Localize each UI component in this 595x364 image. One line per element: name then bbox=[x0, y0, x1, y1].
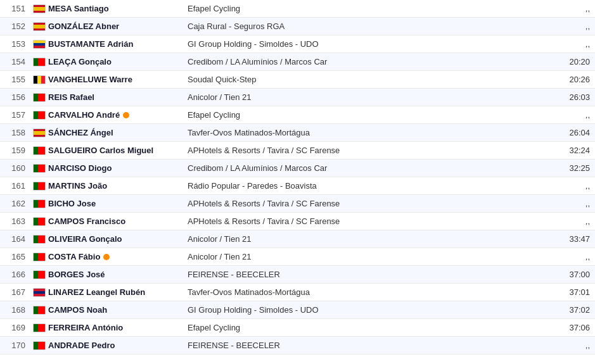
flag-icon bbox=[30, 270, 48, 279]
table-row: 164OLIVEIRA GonçaloAnicolor / Tien 2133:… bbox=[0, 230, 595, 248]
rider-name: ANDRADE Pedro bbox=[48, 341, 188, 350]
rider-name: BORGES José bbox=[48, 270, 188, 279]
flag-icon bbox=[30, 75, 48, 84]
rider-name: MARTINS João bbox=[48, 181, 188, 191]
team-name: FEIRENSE - BEECELER bbox=[188, 270, 539, 279]
team-name: GI Group Holding - Simoldes - UDO bbox=[188, 39, 539, 49]
team-name: Efapel Cycling bbox=[188, 4, 539, 13]
team-name: Caja Rural - Seguros RGA bbox=[188, 22, 539, 31]
row-number: 157 bbox=[5, 110, 30, 120]
table-row: 161MARTINS JoãoRádio Popular - Paredes -… bbox=[0, 177, 595, 195]
row-number: 163 bbox=[5, 217, 30, 226]
time-gap: 32:25 bbox=[539, 163, 590, 173]
flag-icon bbox=[30, 341, 48, 350]
table-row: 152GONZÁLEZ AbnerCaja Rural - Seguros RG… bbox=[0, 18, 595, 35]
status-dot bbox=[123, 112, 129, 118]
row-number: 165 bbox=[5, 252, 30, 261]
flag-icon bbox=[30, 22, 48, 31]
time-gap: ,, bbox=[539, 199, 590, 208]
table-row: 155VANGHELUWE WarreSoudal Quick-Step20:2… bbox=[0, 71, 595, 89]
flag-icon bbox=[30, 182, 48, 191]
time-gap: ,, bbox=[539, 217, 590, 226]
flag-icon bbox=[30, 288, 48, 297]
status-dot bbox=[103, 254, 110, 260]
time-gap: 37:02 bbox=[539, 305, 590, 315]
table-row: 167LINAREZ Leangel RubénTavfer-Ovos Mati… bbox=[0, 284, 595, 301]
team-name: Anicolor / Tien 21 bbox=[188, 92, 539, 102]
time-gap: 37:06 bbox=[539, 323, 590, 332]
rider-name: BICHO Jose bbox=[48, 199, 188, 208]
table-row: 157CARVALHO AndréEfapel Cycling,, bbox=[0, 106, 595, 124]
row-number: 169 bbox=[5, 323, 30, 332]
rider-name: LEAÇA Gonçalo bbox=[48, 57, 188, 66]
time-gap: 32:24 bbox=[539, 146, 590, 155]
team-name: Credibom / LA Alumínios / Marcos Car bbox=[188, 57, 539, 66]
row-number: 161 bbox=[5, 181, 30, 191]
table-row: 166BORGES JoséFEIRENSE - BEECELER37:00 bbox=[0, 266, 595, 284]
flag-icon bbox=[30, 129, 48, 137]
time-gap: 20:26 bbox=[539, 75, 590, 84]
row-number: 158 bbox=[5, 128, 30, 137]
flag-icon bbox=[30, 235, 48, 244]
time-gap: ,, bbox=[539, 4, 590, 13]
team-name: APHotels & Resorts / Tavira / SC Farense bbox=[188, 217, 539, 226]
team-name: GI Group Holding - Simoldes - UDO bbox=[188, 305, 539, 315]
row-number: 160 bbox=[5, 163, 30, 173]
table-row: 170ANDRADE PedroFEIRENSE - BEECELER,, bbox=[0, 337, 595, 355]
team-name: Credibom / LA Alumínios / Marcos Car bbox=[188, 163, 539, 173]
time-gap: 37:01 bbox=[539, 287, 590, 297]
table-row: 158SÁNCHEZ ÁngelTavfer-Ovos Matinados-Mo… bbox=[0, 124, 595, 142]
time-gap: ,, bbox=[539, 181, 590, 191]
flag-icon bbox=[30, 217, 48, 226]
row-number: 156 bbox=[5, 92, 30, 102]
flag-icon bbox=[30, 146, 48, 155]
table-row: 159SALGUEIRO Carlos MiguelAPHotels & Res… bbox=[0, 142, 595, 160]
time-gap: 20:20 bbox=[539, 57, 590, 66]
team-name: Efapel Cycling bbox=[188, 323, 539, 332]
row-number: 170 bbox=[5, 341, 30, 350]
row-number: 164 bbox=[5, 234, 30, 244]
flag-icon bbox=[30, 164, 48, 173]
time-gap: 37:00 bbox=[539, 270, 590, 279]
row-number: 167 bbox=[5, 287, 30, 297]
table-row: 165COSTA FábioAnicolor / Tien 21,, bbox=[0, 248, 595, 266]
flag-icon bbox=[30, 253, 48, 261]
team-name: Soudal Quick-Step bbox=[188, 75, 539, 84]
team-name: Rádio Popular - Paredes - Boavista bbox=[188, 181, 539, 191]
team-name: Anicolor / Tien 21 bbox=[188, 234, 539, 244]
rider-name: NARCISO Diogo bbox=[48, 163, 188, 173]
row-number: 166 bbox=[5, 270, 30, 279]
results-table: 151MESA SantiagoEfapel Cycling,,152GONZÁ… bbox=[0, 0, 595, 364]
team-name: Efapel Cycling bbox=[188, 110, 539, 120]
flag-icon bbox=[30, 323, 48, 332]
team-name: APHotels & Resorts / Tavira / SC Farense bbox=[188, 199, 539, 208]
table-row: 153BUSTAMANTE AdriánGI Group Holding - S… bbox=[0, 35, 595, 53]
rider-name: CARVALHO André bbox=[48, 110, 188, 120]
time-gap: ,, bbox=[539, 252, 590, 261]
time-gap: ,, bbox=[539, 341, 590, 350]
flag-icon bbox=[30, 58, 48, 66]
table-row: 162BICHO JoseAPHotels & Resorts / Tavira… bbox=[0, 195, 595, 213]
rider-name: VANGHELUWE Warre bbox=[48, 75, 188, 84]
row-number: 168 bbox=[5, 305, 30, 315]
rider-name: GONZÁLEZ Abner bbox=[48, 22, 188, 31]
rider-name: CAMPOS Noah bbox=[48, 305, 188, 315]
flag-icon bbox=[30, 4, 48, 13]
flag-icon bbox=[30, 111, 48, 120]
rider-name: FERREIRA António bbox=[48, 323, 188, 332]
time-gap: 26:03 bbox=[539, 92, 590, 102]
row-number: 154 bbox=[5, 57, 30, 66]
time-gap: 33:47 bbox=[539, 234, 590, 244]
rider-name: CAMPOS Francisco bbox=[48, 217, 188, 226]
team-name: Tavfer-Ovos Matinados-Mortágua bbox=[188, 128, 539, 137]
flag-icon bbox=[30, 199, 48, 208]
rider-name: REIS Rafael bbox=[48, 92, 188, 102]
table-row: 151MESA SantiagoEfapel Cycling,, bbox=[0, 0, 595, 18]
table-row: 156REIS RafaelAnicolor / Tien 2126:03 bbox=[0, 89, 595, 106]
rider-name: LINAREZ Leangel Rubén bbox=[48, 287, 188, 297]
time-gap: ,, bbox=[539, 110, 590, 120]
flag-icon bbox=[30, 306, 48, 315]
flag-icon bbox=[30, 40, 48, 49]
rider-name: SÁNCHEZ Ángel bbox=[48, 128, 188, 137]
time-gap: ,, bbox=[539, 22, 590, 31]
